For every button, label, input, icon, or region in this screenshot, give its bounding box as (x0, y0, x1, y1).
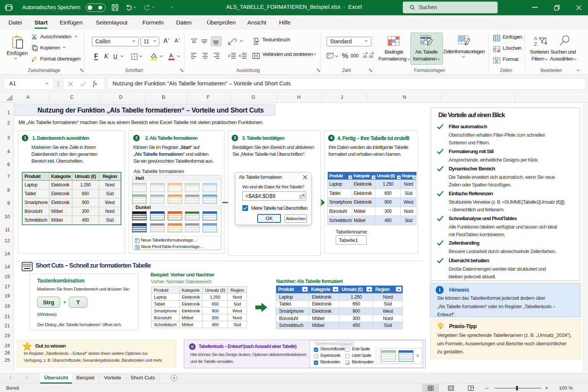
svg-text:Z: Z (534, 41, 537, 46)
svg-text:A: A (534, 36, 537, 41)
